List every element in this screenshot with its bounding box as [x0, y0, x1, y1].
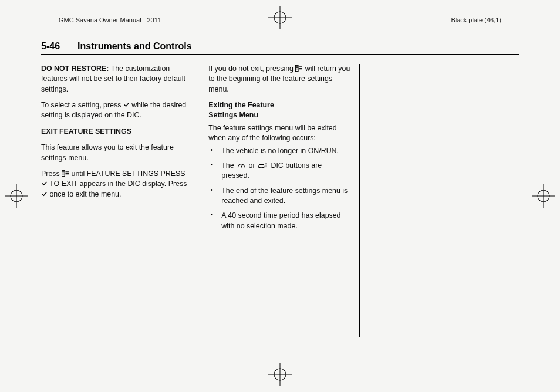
text: until FEATURE SETTINGS PRESS — [69, 170, 185, 178]
svg-point-32 — [265, 163, 266, 164]
exit-feature-desc: This feature allows you to exit the feat… — [41, 143, 191, 163]
svg-point-3 — [274, 369, 286, 380]
text: Press — [41, 170, 62, 178]
trip-odometer-icon — [236, 161, 247, 168]
content-columns: DO NOT RESTORE: The customization featur… — [41, 64, 519, 337]
checkmark-icon — [41, 180, 48, 186]
column-3 — [360, 64, 519, 337]
do-not-restore-label: DO NOT RESTORE: — [41, 65, 109, 73]
not-exit-para: If you do not exit, pressing will return… — [208, 64, 350, 94]
customize-icon — [295, 65, 303, 71]
exiting-menu-intro: The feature settings menu will be exited… — [208, 123, 350, 144]
reg-mark-bottom-icon — [268, 363, 292, 386]
checkmark-icon — [123, 101, 130, 107]
exit-conditions-list: The vehicle is no longer in ON/RUN. The … — [208, 146, 350, 232]
exiting-menu-heading: Exiting the Feature Settings Menu — [208, 100, 350, 121]
top-bar: GMC Savana Owner Manual - 2011 Black pla… — [41, 16, 519, 23]
select-setting-para: To select a setting, press while the des… — [41, 100, 191, 121]
text: once to exit the menu. — [48, 190, 121, 198]
list-item: The vehicle is no longer in ON/RUN. — [208, 146, 350, 156]
do-not-restore-para: DO NOT RESTORE: The customization featur… — [41, 64, 191, 94]
text: To select a setting, press — [41, 101, 123, 109]
svg-line-28 — [241, 164, 243, 167]
svg-rect-12 — [62, 170, 65, 176]
customize-icon — [62, 170, 69, 176]
list-item: The or DIC buttons are pressed. — [208, 161, 350, 181]
checkmark-icon — [41, 190, 48, 197]
manual-title: GMC Savana Owner Manual - 2011 — [59, 16, 161, 23]
text: If you do not exit, pressing — [208, 65, 295, 73]
svg-rect-20 — [296, 65, 299, 71]
text: TO EXIT appears in the DIC display. Pres… — [48, 180, 187, 188]
section-title: Instruments and Controls — [77, 41, 192, 52]
exit-feature-steps: Press until FEATURE SETTINGS PRESS TO EX… — [41, 169, 191, 200]
text: The — [221, 161, 236, 170]
text: Settings Menu — [208, 110, 350, 120]
page-number: 5-46 — [41, 41, 60, 52]
page: GMC Savana Owner Manual - 2011 Black pla… — [0, 0, 560, 361]
page-header: 5-46 Instruments and Controls — [41, 41, 519, 55]
text: Exiting the Feature — [208, 100, 350, 110]
text: or — [247, 161, 257, 170]
svg-point-31 — [262, 167, 264, 168]
list-item: A 40 second time period has elapsed with… — [208, 211, 350, 231]
vehicle-info-icon — [257, 161, 269, 168]
list-item: The end of the feature settings menu is … — [208, 186, 350, 207]
plate-label: Black plate (46,1) — [451, 16, 501, 23]
column-1: DO NOT RESTORE: The customization featur… — [41, 64, 200, 337]
exit-feature-settings-heading: EXIT FEATURE SETTINGS — [41, 127, 191, 137]
svg-rect-33 — [266, 164, 266, 167]
svg-point-29 — [241, 167, 242, 168]
svg-point-30 — [259, 167, 261, 168]
column-2: If you do not exit, pressing will return… — [200, 64, 359, 337]
